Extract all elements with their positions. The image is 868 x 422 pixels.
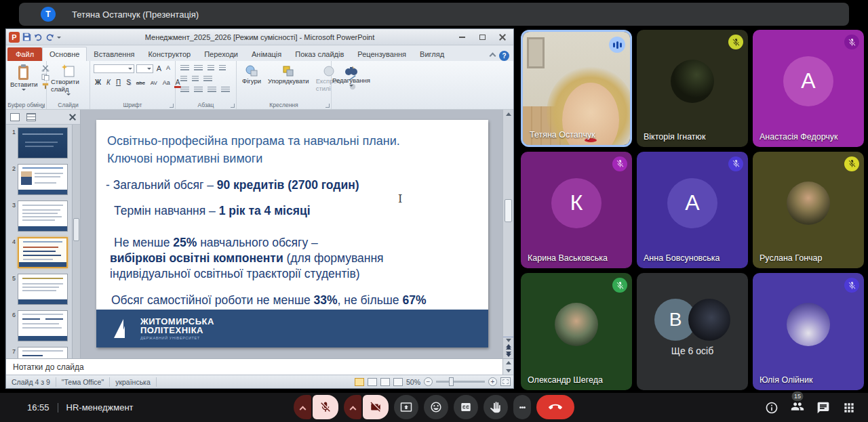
change-case-button[interactable]: Aa	[161, 79, 172, 86]
slide-scrollbar[interactable]	[502, 110, 513, 358]
bold-button[interactable]: Ж	[94, 79, 102, 86]
participant-tile[interactable]: Олександр Шегеда	[521, 273, 632, 390]
normal-view-button[interactable]	[355, 378, 364, 386]
participant-tile-video[interactable]: Тетяна Остапчук	[521, 30, 632, 147]
slides-tab-icon[interactable]	[10, 113, 20, 121]
arrange-button[interactable]: Упорядкувати	[266, 64, 311, 93]
reactions-button[interactable]	[424, 395, 448, 419]
slide-thumbnail-1[interactable]: 1	[7, 127, 72, 159]
collapse-ribbon-icon[interactable]	[490, 53, 496, 60]
character-spacing-button[interactable]: AV	[149, 80, 159, 86]
raise-hand-button[interactable]	[484, 395, 508, 419]
font-dialog-launcher[interactable]	[170, 104, 174, 108]
slideshow-view-button[interactable]	[393, 378, 403, 386]
theme-name[interactable]: "Тема Office"	[56, 377, 110, 387]
close-button[interactable]	[493, 30, 512, 43]
scroll-up-icon[interactable]	[506, 112, 511, 116]
participant-tile[interactable]: А Анастасія Федорчук	[753, 30, 864, 147]
mic-toggle-button[interactable]	[313, 395, 338, 419]
tab-design[interactable]: Конструктор	[141, 47, 197, 61]
paragraph-dialog-launcher[interactable]	[231, 104, 235, 108]
scroll-down-icon[interactable]	[506, 339, 511, 342]
participant-tile[interactable]: К Карина Васьковська	[521, 152, 632, 269]
tab-animations[interactable]: Анімація	[245, 47, 288, 61]
participant-tile[interactable]: Юлія Олійник	[753, 273, 864, 390]
text-shadow-button[interactable]: S	[125, 79, 132, 86]
chat-icon[interactable]	[816, 401, 830, 415]
tab-transitions[interactable]: Переходи	[197, 47, 245, 61]
outline-tab-icon[interactable]	[26, 113, 36, 121]
mic-options-button[interactable]	[294, 395, 311, 419]
minimize-button[interactable]	[452, 30, 471, 43]
strikethrough-button[interactable]: abc	[135, 80, 146, 86]
present-button[interactable]	[394, 395, 418, 419]
new-slide-button[interactable]: Створити слайд	[49, 63, 87, 97]
increase-indent-icon[interactable]	[192, 76, 199, 83]
clipboard-dialog-launcher[interactable]	[41, 104, 45, 108]
shrink-font-button[interactable]: A	[165, 64, 172, 73]
tab-review[interactable]: Рецензування	[351, 47, 413, 61]
apps-grid-icon[interactable]	[842, 401, 856, 415]
italic-button[interactable]: К	[105, 79, 112, 86]
font-size-select[interactable]	[136, 64, 153, 73]
underline-button[interactable]: П	[115, 79, 122, 86]
slide-thumbnail-4-selected[interactable]: 4	[7, 237, 72, 268]
tab-insert[interactable]: Вставлення	[87, 47, 141, 61]
maximize-button[interactable]	[473, 30, 492, 43]
justify-icon[interactable]	[221, 87, 230, 93]
participant-tile[interactable]: А Анна Бовсуновська	[637, 152, 748, 269]
fit-to-window-button[interactable]	[500, 377, 511, 386]
meeting-details-icon[interactable]	[765, 401, 778, 415]
captions-button[interactable]	[454, 395, 478, 419]
drawing-dialog-launcher[interactable]	[326, 104, 330, 108]
notes-scroll-up-icon[interactable]	[506, 361, 511, 364]
slide-canvas[interactable]: Освітньо-професійна програма та навчальн…	[81, 110, 513, 358]
line-spacing-icon[interactable]	[208, 65, 214, 72]
camera-toggle-button[interactable]	[363, 395, 389, 419]
align-left-icon[interactable]	[180, 87, 189, 93]
paste-button[interactable]: Вставити	[8, 63, 40, 92]
close-pane-icon[interactable]	[69, 114, 76, 121]
notes-pane[interactable]: Нотатки до слайда	[6, 358, 513, 375]
end-call-button[interactable]	[536, 395, 574, 419]
help-icon[interactable]: ?	[499, 51, 509, 61]
participant-tile[interactable]: Руслана Гончар	[753, 152, 864, 269]
language-indicator[interactable]: українська	[110, 377, 157, 387]
numbering-icon[interactable]	[194, 65, 203, 72]
slide[interactable]: Освітньо-професійна програма та навчальн…	[96, 120, 488, 347]
notes-scrollbar[interactable]	[502, 359, 513, 375]
decrease-indent-icon[interactable]	[180, 76, 187, 83]
zoom-out-button[interactable]: −	[424, 377, 433, 386]
shapes-button[interactable]: Фігури	[240, 64, 263, 93]
tab-file[interactable]: Файл	[7, 47, 42, 61]
slide-thumbnail-6[interactable]: 6	[7, 310, 72, 341]
more-options-button[interactable]	[513, 395, 531, 419]
previous-slide-button[interactable]	[506, 344, 511, 350]
bullets-icon[interactable]	[180, 65, 189, 72]
zoom-slider[interactable]	[436, 381, 485, 383]
align-right-icon[interactable]	[208, 87, 216, 93]
tab-home[interactable]: Основне	[42, 47, 87, 61]
editing-button[interactable]: Редагування	[334, 63, 369, 88]
tab-slideshow[interactable]: Показ слайдів	[288, 47, 351, 61]
notes-scroll-down-icon[interactable]	[506, 369, 511, 373]
slide-thumbnail-3[interactable]: 3	[7, 201, 72, 232]
reading-view-button[interactable]	[380, 378, 390, 386]
participants-button[interactable]: 15	[791, 400, 804, 416]
overflow-tile[interactable]: В Ще 6 осіб	[637, 273, 748, 390]
clipboard-icon	[18, 64, 30, 81]
thumbnails-scrollbar[interactable]	[72, 125, 80, 358]
zoom-in-button[interactable]: +	[488, 377, 497, 386]
align-center-icon[interactable]	[194, 87, 203, 93]
slide-sorter-view-button[interactable]	[368, 378, 377, 386]
font-name-select[interactable]	[94, 64, 134, 73]
columns-icon[interactable]	[219, 65, 226, 72]
participant-tile[interactable]: Вікторія Ігнатюк	[637, 30, 748, 147]
grow-font-button[interactable]: A	[155, 64, 163, 73]
slide-thumbnail-2[interactable]: 2	[7, 164, 72, 195]
next-slide-button[interactable]	[506, 352, 511, 357]
tab-view[interactable]: Вигляд	[413, 47, 451, 61]
camera-options-button[interactable]	[344, 395, 361, 419]
slide-thumbnail-5[interactable]: 5	[7, 274, 72, 305]
text-direction-icon[interactable]	[203, 76, 212, 83]
